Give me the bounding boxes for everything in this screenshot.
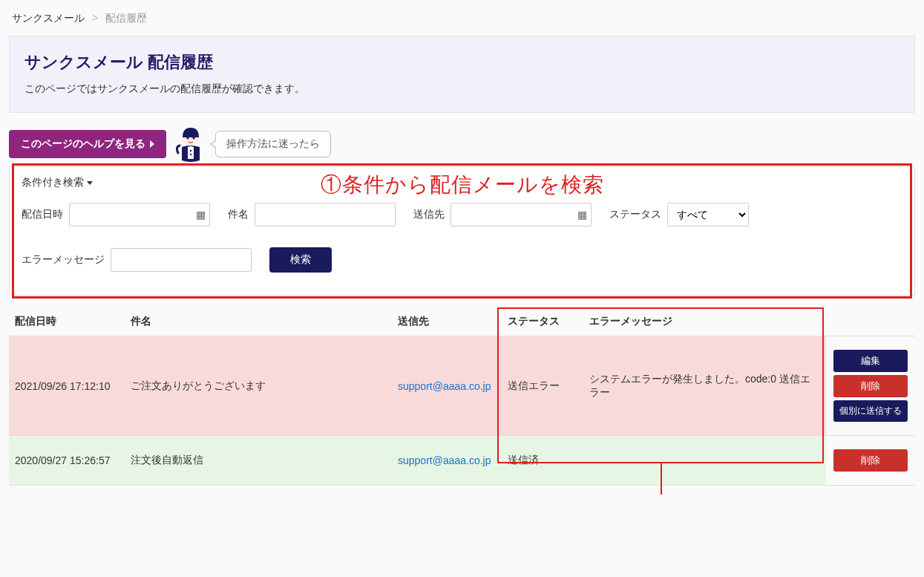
- help-tooltip-text: 操作方法に迷ったら: [226, 137, 320, 149]
- th-error: エラーメッセージ: [583, 307, 826, 336]
- breadcrumb: サンクスメール > 配信履歴: [9, 9, 915, 36]
- datepicker-icon[interactable]: ▦: [195, 209, 206, 220]
- th-date: 配信日時: [9, 307, 125, 336]
- svg-point-4: [190, 154, 191, 155]
- table-wrap: 配信日時 件名 送信先 ステータス エラーメッセージ 2021/09/26 17…: [9, 307, 915, 486]
- th-recipient: 送信先: [392, 307, 502, 336]
- cell-error: システムエラーが発生しました。code:0 送信エラー: [583, 336, 826, 436]
- recipient-link[interactable]: support@aaaa.co.jp: [398, 380, 491, 392]
- cell-date: 2020/09/27 15:26:57: [9, 436, 125, 486]
- caret-down-icon: [87, 181, 93, 185]
- cell-status: 送信済: [502, 436, 583, 486]
- picker-icon[interactable]: ▦: [577, 209, 587, 220]
- recipient-label: 送信先: [413, 208, 445, 221]
- cell-error: [583, 436, 826, 486]
- svg-point-2: [192, 137, 194, 139]
- subject-label: 件名: [228, 208, 249, 221]
- delete-button[interactable]: 削除: [833, 449, 908, 472]
- svg-point-1: [186, 137, 189, 139]
- help-button-label: このページのヘルプを見る: [21, 137, 145, 151]
- page-description: このページではサンクスメールの配信履歴が確認できます。: [24, 82, 900, 96]
- search-button[interactable]: 検索: [269, 247, 332, 273]
- table-row: 2021/09/26 17:12:10ご注文ありがとうございますsupport@…: [9, 336, 915, 436]
- resend-button[interactable]: 個別に送信する: [833, 400, 908, 422]
- cell-recipient: support@aaaa.co.jp: [392, 436, 502, 486]
- delete-button[interactable]: 削除: [833, 375, 908, 397]
- error-input[interactable]: [111, 248, 252, 272]
- cell-recipient: support@aaaa.co.jp: [392, 336, 502, 436]
- search-panel-title: 条件付き検索: [22, 176, 84, 189]
- page-title: サンクスメール 配信履歴: [24, 51, 900, 74]
- error-label: エラーメッセージ: [22, 253, 105, 267]
- assistant-avatar-icon: [174, 126, 208, 162]
- history-table: 配信日時 件名 送信先 ステータス エラーメッセージ 2021/09/26 17…: [9, 307, 915, 486]
- table-row: 2020/09/27 15:26:57注文後自動返信support@aaaa.c…: [9, 436, 915, 486]
- th-subject: 件名: [125, 307, 392, 336]
- edit-button[interactable]: 編集: [833, 350, 908, 372]
- search-panel-toggle[interactable]: 条件付き検索: [22, 176, 93, 189]
- help-row: このページのヘルプを見る 操作方法に迷ったら: [9, 126, 915, 162]
- cell-subject: ご注文ありがとうございます: [125, 336, 392, 436]
- status-label: ステータス: [609, 208, 661, 221]
- svg-point-3: [190, 150, 191, 151]
- recipient-input[interactable]: [450, 203, 592, 226]
- date-label: 配信日時: [22, 208, 63, 221]
- cell-status: 送信エラー: [502, 336, 583, 436]
- th-status: ステータス: [502, 307, 583, 336]
- breadcrumb-parent[interactable]: サンクスメール: [12, 12, 85, 24]
- triangle-right-icon: [150, 140, 154, 148]
- subject-input[interactable]: [255, 203, 396, 226]
- cell-actions: 編集削除個別に送信する: [826, 336, 915, 436]
- date-input[interactable]: [69, 203, 210, 226]
- search-fields: 配信日時 ▦ 件名 送信先 ▦ ステータス すべて: [22, 203, 902, 273]
- breadcrumb-current: 配信履歴: [105, 12, 147, 24]
- cell-actions: 削除: [826, 436, 915, 486]
- breadcrumb-sep: >: [92, 12, 98, 24]
- cell-date: 2021/09/26 17:12:10: [9, 336, 125, 436]
- annotation-label-1: ①条件から配信メールを検索: [321, 171, 604, 199]
- status-select[interactable]: すべて: [667, 203, 749, 226]
- recipient-link[interactable]: support@aaaa.co.jp: [398, 454, 491, 466]
- title-panel: サンクスメール 配信履歴 このページではサンクスメールの配信履歴が確認できます。: [9, 36, 915, 113]
- cell-subject: 注文後自動返信: [125, 436, 392, 486]
- help-button[interactable]: このページのヘルプを見る: [9, 130, 166, 158]
- help-tooltip: 操作方法に迷ったら: [215, 131, 331, 157]
- th-actions: [826, 307, 915, 336]
